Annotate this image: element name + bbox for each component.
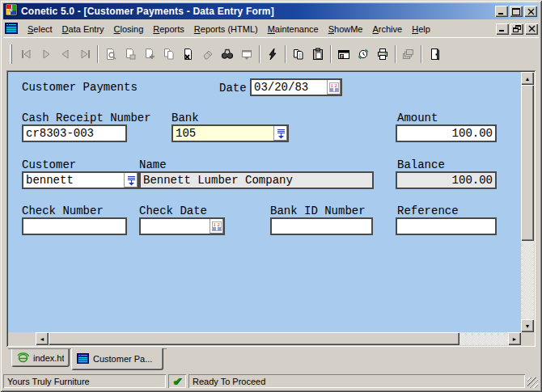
paste-button[interactable] [308, 44, 328, 64]
svg-text:2: 2 [218, 221, 220, 227]
history-button[interactable] [354, 44, 373, 64]
copy-button[interactable] [289, 44, 308, 64]
vertical-scroll-track[interactable] [521, 85, 534, 319]
name-field [139, 171, 374, 189]
window-title: Conetic 5.0 - [Customer Payments - Data … [21, 6, 495, 17]
lightning-icon [266, 48, 279, 61]
reference-field [396, 217, 497, 235]
mdi-minimize-button[interactable] [496, 23, 509, 35]
status-check-panel: ✔ [168, 374, 186, 388]
bank-id-number-input[interactable] [272, 219, 371, 234]
clock-icon [357, 48, 370, 61]
previous-record-button[interactable] [56, 44, 75, 64]
mdi-child-icon[interactable] [5, 23, 18, 36]
find-button[interactable] [218, 44, 237, 64]
menu-help[interactable]: Help [407, 23, 435, 36]
status-message: Ready To Proceed [188, 374, 525, 388]
add-record-button[interactable] [140, 44, 159, 64]
mdi-close-button[interactable] [525, 23, 538, 35]
nav-first-icon [20, 48, 33, 61]
bank-id-number-field [270, 217, 373, 235]
tab-index-html[interactable]: index.html [11, 349, 70, 367]
tab-label: Customer Pa... [93, 354, 152, 364]
page-plus-icon [143, 48, 156, 61]
duplicate-record-button[interactable] [159, 44, 179, 64]
last-record-button[interactable] [75, 44, 95, 64]
lookup-list-icon[interactable] [124, 173, 138, 188]
amount-input[interactable] [397, 126, 495, 141]
page-disk-icon [124, 48, 137, 61]
delete-record-button[interactable] [179, 44, 198, 64]
menu-maintenance[interactable]: Maintenance [263, 23, 324, 36]
toolbar-separator [395, 45, 396, 63]
mdi-restore-button[interactable] [510, 23, 523, 35]
form-window-button[interactable]: F [334, 44, 354, 64]
title-bar: Conetic 5.0 - [Customer Payments - Data … [3, 3, 539, 19]
first-record-button[interactable] [17, 44, 36, 64]
print-button[interactable] [373, 44, 392, 64]
date-label: Date [219, 82, 247, 95]
execute-button[interactable] [263, 44, 282, 64]
menu-archive[interactable]: Archive [367, 23, 407, 36]
menu-data-entry[interactable]: Data Entry [57, 23, 109, 36]
scroll-down-icon[interactable]: ▼ [521, 319, 534, 332]
menu-select[interactable]: Select [23, 23, 57, 36]
menu-closing[interactable]: Closing [109, 23, 149, 36]
svg-text:1: 1 [214, 221, 216, 227]
balance-label: Balance [397, 158, 445, 171]
menu-showme[interactable]: ShowMe [324, 23, 368, 36]
toolbar-grip[interactable] [10, 44, 12, 64]
bank-input[interactable] [173, 126, 273, 141]
svg-text:1: 1 [331, 82, 333, 88]
view-record-button[interactable] [101, 44, 121, 64]
close-button[interactable] [524, 6, 537, 17]
svg-text:2: 2 [335, 82, 337, 88]
toolbar-separator [330, 45, 332, 63]
name-input[interactable] [141, 173, 372, 188]
date-input[interactable] [252, 80, 327, 95]
tab-bar: index.html Customer Pa... [3, 347, 539, 373]
exit-button[interactable] [425, 44, 444, 64]
menu-reports[interactable]: Reports [148, 23, 189, 36]
maximize-button[interactable] [510, 6, 523, 17]
window-f-icon: F [337, 48, 350, 61]
bank-field [171, 124, 289, 142]
post-record-button[interactable] [237, 44, 256, 64]
clear-form-button[interactable] [198, 44, 218, 64]
cash-receipt-number-input[interactable] [23, 126, 125, 141]
resize-grip[interactable] [527, 377, 538, 388]
balance-input[interactable] [397, 173, 495, 188]
form-workspace: Customer Payments Date 12 Cash Receipt N… [6, 70, 536, 347]
batch-button[interactable] [399, 44, 418, 64]
next-record-button[interactable] [36, 44, 56, 64]
menu-reports-html[interactable]: Reports (HTML) [189, 23, 263, 36]
nav-prev-icon [59, 48, 72, 61]
tab-customer-payments[interactable]: Customer Pa... [71, 348, 163, 370]
calendar-icon[interactable]: 12 [210, 219, 223, 234]
check-date-input[interactable] [141, 219, 210, 234]
balance-field [396, 171, 497, 189]
customer-field [22, 171, 139, 189]
toolbar-separator [421, 45, 422, 63]
exit-door-icon [428, 48, 441, 61]
reference-input[interactable] [397, 219, 495, 234]
stack-icon [402, 48, 415, 61]
customer-input[interactable] [23, 173, 124, 188]
calendar-icon[interactable]: 12 [327, 80, 341, 95]
scroll-left-icon[interactable]: ◄ [36, 332, 49, 345]
horizontal-scroll-track[interactable] [49, 332, 508, 345]
toolbar-separator [97, 45, 99, 63]
save-record-button[interactable] [121, 44, 140, 64]
binoculars-icon [221, 48, 234, 61]
check-number-input[interactable] [23, 219, 125, 234]
printer-icon [376, 48, 389, 61]
page-x-icon [182, 48, 195, 61]
minimize-button[interactable] [495, 6, 508, 17]
date-field: 12 [250, 78, 342, 96]
lookup-list-icon[interactable] [273, 126, 287, 141]
vertical-scroll-thumb[interactable] [521, 85, 534, 241]
horizontal-scroll-thumb[interactable] [49, 332, 459, 345]
scroll-right-icon[interactable]: ► [508, 332, 521, 345]
scroll-up-icon[interactable]: ▲ [521, 72, 534, 85]
bank-id-number-label: Bank ID Number [270, 204, 366, 217]
